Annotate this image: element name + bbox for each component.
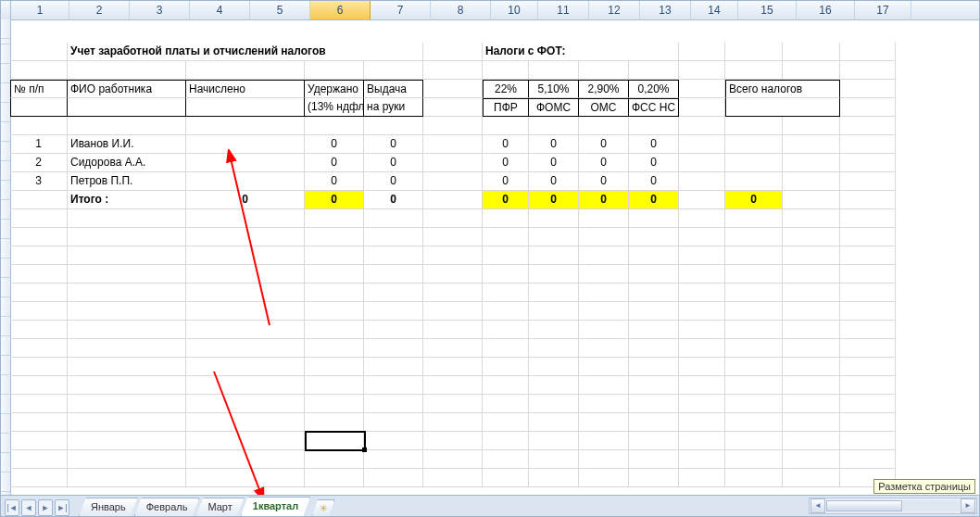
cell[interactable] — [10, 450, 68, 469]
cell[interactable] — [423, 339, 483, 358]
title-left[interactable]: Учет заработной платы и отчислений налог… — [68, 43, 423, 61]
cell[interactable] — [725, 376, 783, 395]
cell[interactable] — [364, 358, 423, 376]
column-header[interactable]: 10 — [491, 1, 538, 19]
cell[interactable] — [483, 284, 529, 302]
cell[interactable] — [679, 339, 725, 358]
cell[interactable] — [679, 432, 725, 450]
cell[interactable] — [423, 191, 483, 209]
cell[interactable] — [579, 61, 629, 80]
cell[interactable] — [483, 321, 529, 339]
cell[interactable] — [783, 154, 840, 172]
cell[interactable] — [783, 228, 840, 246]
cell[interactable] — [68, 469, 186, 487]
column-header[interactable]: 4 — [190, 1, 250, 19]
cell[interactable] — [579, 117, 629, 135]
cell[interactable] — [579, 358, 629, 376]
cell[interactable] — [186, 358, 305, 376]
cell-fss[interactable]: 0 — [629, 135, 679, 154]
cell[interactable] — [186, 172, 305, 191]
cell[interactable] — [186, 376, 305, 395]
cell[interactable] — [840, 284, 896, 302]
cell-withheld[interactable]: 0 — [305, 154, 364, 172]
horizontal-scrollbar[interactable]: ◄ ► — [809, 498, 977, 514]
cell[interactable] — [305, 339, 364, 358]
cell[interactable] — [725, 265, 783, 284]
cell[interactable] — [483, 358, 529, 376]
cell[interactable] — [423, 154, 483, 172]
cell[interactable] — [10, 246, 68, 265]
scroll-right-button[interactable]: ► — [961, 498, 975, 513]
cell[interactable] — [840, 321, 896, 339]
cell[interactable] — [725, 172, 783, 191]
cell[interactable] — [423, 395, 483, 413]
cell-foms[interactable]: 0 — [529, 154, 579, 172]
cell[interactable] — [629, 284, 679, 302]
cell[interactable] — [840, 265, 896, 284]
cell[interactable] — [483, 117, 529, 135]
sheet-tab[interactable]: Январь — [79, 498, 138, 516]
header-payout[interactable]: Выдача — [364, 80, 423, 98]
cell[interactable] — [840, 61, 896, 80]
cell[interactable] — [423, 469, 483, 487]
cell[interactable] — [840, 228, 896, 246]
header-oms[interactable]: ОМС — [579, 98, 629, 117]
cell[interactable] — [725, 321, 783, 339]
cell[interactable] — [629, 413, 679, 432]
cell-pfr[interactable]: 0 — [483, 154, 529, 172]
cell[interactable] — [68, 432, 186, 450]
cell[interactable] — [725, 432, 783, 450]
cell[interactable] — [423, 321, 483, 339]
cell[interactable] — [186, 228, 305, 246]
column-header[interactable]: 12 — [589, 1, 640, 19]
cell[interactable] — [679, 246, 725, 265]
cell[interactable] — [10, 284, 68, 302]
cell[interactable] — [483, 469, 529, 487]
cell[interactable] — [305, 413, 364, 432]
cell[interactable] — [529, 117, 579, 135]
cell[interactable] — [305, 246, 364, 265]
cell[interactable] — [840, 395, 896, 413]
cell[interactable] — [186, 246, 305, 265]
cell[interactable] — [305, 432, 364, 450]
cell[interactable] — [68, 321, 186, 339]
cell[interactable] — [679, 209, 725, 228]
header-pfr[interactable]: ПФР — [483, 98, 529, 117]
cell[interactable] — [725, 154, 783, 172]
column-header[interactable]: 11 — [538, 1, 589, 19]
cell[interactable] — [783, 135, 840, 154]
column-header[interactable]: 8 — [431, 1, 491, 19]
new-sheet-button[interactable]: ✳ — [312, 499, 334, 516]
cell[interactable] — [186, 395, 305, 413]
cell[interactable] — [423, 284, 483, 302]
cell[interactable] — [529, 395, 579, 413]
cell[interactable] — [783, 376, 840, 395]
cell[interactable] — [10, 228, 68, 246]
cell[interactable] — [68, 339, 186, 358]
cell[interactable] — [423, 135, 483, 154]
cell[interactable] — [725, 339, 783, 358]
header-rate-pfr[interactable]: 22% — [483, 80, 529, 98]
cell[interactable] — [783, 450, 840, 469]
cell[interactable] — [483, 395, 529, 413]
cell[interactable] — [679, 358, 725, 376]
cell[interactable] — [10, 265, 68, 284]
cell[interactable] — [679, 154, 725, 172]
cell[interactable] — [364, 61, 423, 80]
cell[interactable] — [10, 413, 68, 432]
cell[interactable] — [364, 321, 423, 339]
cell[interactable] — [679, 469, 725, 487]
column-header[interactable]: 3 — [130, 1, 190, 19]
cell[interactable] — [529, 376, 579, 395]
cell[interactable] — [679, 284, 725, 302]
cell[interactable] — [579, 246, 629, 265]
cell[interactable] — [364, 284, 423, 302]
cell[interactable] — [423, 80, 483, 98]
cell[interactable] — [725, 469, 783, 487]
cell[interactable] — [840, 339, 896, 358]
cell-oms[interactable]: 0 — [579, 154, 629, 172]
cell[interactable] — [10, 98, 68, 117]
cell[interactable] — [679, 228, 725, 246]
cell[interactable] — [305, 265, 364, 284]
cell-withheld[interactable]: 0 — [305, 172, 364, 191]
